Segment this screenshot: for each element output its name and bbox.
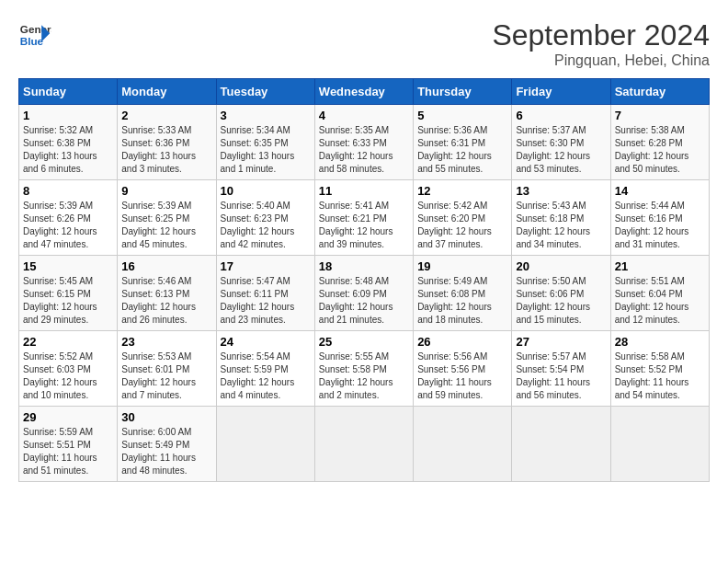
calendar-cell: 26Sunrise: 5:56 AMSunset: 5:56 PMDayligh… — [414, 331, 512, 407]
calendar-cell: 9Sunrise: 5:39 AMSunset: 6:25 PMDaylight… — [118, 180, 216, 256]
day-number: 5 — [417, 109, 507, 122]
calendar-cell: 17Sunrise: 5:47 AMSunset: 6:11 PMDayligh… — [216, 256, 314, 331]
day-number: 24 — [221, 335, 311, 349]
day-info: Sunrise: 5:41 AMSunset: 6:21 PMDaylight:… — [319, 200, 409, 251]
day-info: Sunrise: 5:54 AMSunset: 5:59 PMDaylight:… — [221, 350, 311, 402]
calendar-cell: 13Sunrise: 5:43 AMSunset: 6:18 PMDayligh… — [512, 180, 610, 256]
day-info: Sunrise: 5:39 AMSunset: 6:25 PMDaylight:… — [121, 200, 211, 251]
day-info: Sunrise: 5:57 AMSunset: 5:54 PMDaylight:… — [516, 350, 606, 402]
calendar-cell — [216, 407, 314, 482]
day-number: 2 — [121, 109, 211, 122]
calendar-cell: 18Sunrise: 5:48 AMSunset: 6:09 PMDayligh… — [314, 256, 413, 331]
day-number: 7 — [615, 109, 705, 122]
col-header-wednesday: Wednesday — [314, 79, 413, 105]
calendar-cell: 5Sunrise: 5:36 AMSunset: 6:31 PMDaylight… — [414, 105, 512, 180]
day-info: Sunrise: 5:48 AMSunset: 6:09 PMDaylight:… — [319, 275, 409, 327]
day-number: 27 — [516, 335, 606, 349]
day-info: Sunrise: 5:42 AMSunset: 6:20 PMDaylight:… — [417, 200, 507, 251]
calendar-cell: 23Sunrise: 5:53 AMSunset: 6:01 PMDayligh… — [118, 331, 216, 407]
col-header-saturday: Saturday — [610, 79, 709, 105]
day-number: 1 — [23, 109, 113, 122]
day-number: 25 — [319, 335, 409, 349]
day-info: Sunrise: 5:43 AMSunset: 6:18 PMDaylight:… — [516, 200, 606, 251]
calendar-cell: 2Sunrise: 5:33 AMSunset: 6:36 PMDaylight… — [118, 105, 216, 180]
day-info: Sunrise: 5:44 AMSunset: 6:16 PMDaylight:… — [615, 200, 705, 251]
calendar-cell — [610, 407, 709, 482]
day-number: 28 — [615, 335, 705, 349]
day-info: Sunrise: 5:55 AMSunset: 5:58 PMDaylight:… — [319, 350, 409, 402]
day-info: Sunrise: 6:00 AMSunset: 5:49 PMDaylight:… — [121, 426, 211, 477]
day-info: Sunrise: 5:58 AMSunset: 5:52 PMDaylight:… — [615, 350, 705, 402]
day-info: Sunrise: 5:34 AMSunset: 6:35 PMDaylight:… — [221, 124, 311, 176]
day-number: 3 — [221, 109, 311, 122]
location-subtitle: Pingquan, Hebei, China — [492, 52, 710, 69]
calendar-cell: 11Sunrise: 5:41 AMSunset: 6:21 PMDayligh… — [314, 180, 413, 256]
calendar-cell: 29Sunrise: 5:59 AMSunset: 5:51 PMDayligh… — [19, 407, 118, 482]
day-number: 11 — [319, 184, 409, 198]
day-info: Sunrise: 5:36 AMSunset: 6:31 PMDaylight:… — [417, 124, 507, 176]
calendar-week-4: 22Sunrise: 5:52 AMSunset: 6:03 PMDayligh… — [19, 331, 710, 407]
day-number: 21 — [615, 259, 705, 273]
day-info: Sunrise: 5:33 AMSunset: 6:36 PMDaylight:… — [121, 124, 211, 176]
day-info: Sunrise: 5:50 AMSunset: 6:06 PMDaylight:… — [516, 275, 606, 327]
day-number: 18 — [319, 259, 409, 273]
calendar-cell — [512, 407, 610, 482]
day-number: 8 — [23, 184, 113, 198]
day-number: 30 — [121, 410, 211, 424]
day-info: Sunrise: 5:32 AMSunset: 6:38 PMDaylight:… — [23, 124, 113, 176]
col-header-tuesday: Tuesday — [216, 79, 314, 105]
calendar-week-3: 15Sunrise: 5:45 AMSunset: 6:15 PMDayligh… — [19, 256, 710, 331]
day-number: 12 — [417, 184, 507, 198]
calendar-cell: 6Sunrise: 5:37 AMSunset: 6:30 PMDaylight… — [512, 105, 610, 180]
calendar-cell: 3Sunrise: 5:34 AMSunset: 6:35 PMDaylight… — [216, 105, 314, 180]
day-info: Sunrise: 5:37 AMSunset: 6:30 PMDaylight:… — [516, 124, 606, 176]
day-info: Sunrise: 5:40 AMSunset: 6:23 PMDaylight:… — [221, 200, 311, 251]
svg-text:Blue: Blue — [20, 35, 44, 47]
calendar-cell: 8Sunrise: 5:39 AMSunset: 6:26 PMDaylight… — [19, 180, 118, 256]
day-info: Sunrise: 5:53 AMSunset: 6:01 PMDaylight:… — [121, 350, 211, 402]
day-number: 23 — [121, 335, 211, 349]
day-number: 22 — [23, 335, 113, 349]
day-number: 4 — [319, 109, 409, 122]
calendar-cell: 25Sunrise: 5:55 AMSunset: 5:58 PMDayligh… — [314, 331, 413, 407]
day-number: 13 — [516, 184, 606, 198]
calendar-cell: 21Sunrise: 5:51 AMSunset: 6:04 PMDayligh… — [610, 256, 709, 331]
calendar-cell: 10Sunrise: 5:40 AMSunset: 6:23 PMDayligh… — [216, 180, 314, 256]
month-title: September 2024 — [492, 18, 710, 52]
day-number: 16 — [121, 259, 211, 273]
day-number: 20 — [516, 259, 606, 273]
col-header-friday: Friday — [512, 79, 610, 105]
day-number: 14 — [615, 184, 705, 198]
day-info: Sunrise: 5:47 AMSunset: 6:11 PMDaylight:… — [221, 275, 311, 327]
logo-icon: General Blue — [18, 18, 51, 52]
day-number: 17 — [221, 259, 311, 273]
day-info: Sunrise: 5:39 AMSunset: 6:26 PMDaylight:… — [23, 200, 113, 251]
calendar-table: SundayMondayTuesdayWednesdayThursdayFrid… — [18, 78, 710, 482]
calendar-cell: 22Sunrise: 5:52 AMSunset: 6:03 PMDayligh… — [19, 331, 118, 407]
calendar-cell: 16Sunrise: 5:46 AMSunset: 6:13 PMDayligh… — [118, 256, 216, 331]
day-info: Sunrise: 5:56 AMSunset: 5:56 PMDaylight:… — [417, 350, 507, 402]
col-header-sunday: Sunday — [19, 79, 118, 105]
day-info: Sunrise: 5:35 AMSunset: 6:33 PMDaylight:… — [319, 124, 409, 176]
calendar-cell — [414, 407, 512, 482]
day-number: 19 — [417, 259, 507, 273]
calendar-cell — [314, 407, 413, 482]
day-number: 15 — [23, 259, 113, 273]
day-info: Sunrise: 5:49 AMSunset: 6:08 PMDaylight:… — [417, 275, 507, 327]
calendar-cell: 20Sunrise: 5:50 AMSunset: 6:06 PMDayligh… — [512, 256, 610, 331]
calendar-cell: 24Sunrise: 5:54 AMSunset: 5:59 PMDayligh… — [216, 331, 314, 407]
day-info: Sunrise: 5:52 AMSunset: 6:03 PMDaylight:… — [23, 350, 113, 402]
day-number: 10 — [221, 184, 311, 198]
calendar-cell: 28Sunrise: 5:58 AMSunset: 5:52 PMDayligh… — [610, 331, 709, 407]
day-info: Sunrise: 5:59 AMSunset: 5:51 PMDaylight:… — [23, 426, 113, 477]
calendar-cell: 27Sunrise: 5:57 AMSunset: 5:54 PMDayligh… — [512, 331, 610, 407]
col-header-thursday: Thursday — [414, 79, 512, 105]
calendar-cell: 1Sunrise: 5:32 AMSunset: 6:38 PMDaylight… — [19, 105, 118, 180]
page-header: General Blue September 2024 Pingquan, He… — [18, 18, 710, 69]
calendar-cell: 19Sunrise: 5:49 AMSunset: 6:08 PMDayligh… — [414, 256, 512, 331]
day-number: 6 — [516, 109, 606, 122]
calendar-week-2: 8Sunrise: 5:39 AMSunset: 6:26 PMDaylight… — [19, 180, 710, 256]
calendar-cell: 4Sunrise: 5:35 AMSunset: 6:33 PMDaylight… — [314, 105, 413, 180]
calendar-cell: 7Sunrise: 5:38 AMSunset: 6:28 PMDaylight… — [610, 105, 709, 180]
logo: General Blue — [18, 18, 51, 52]
